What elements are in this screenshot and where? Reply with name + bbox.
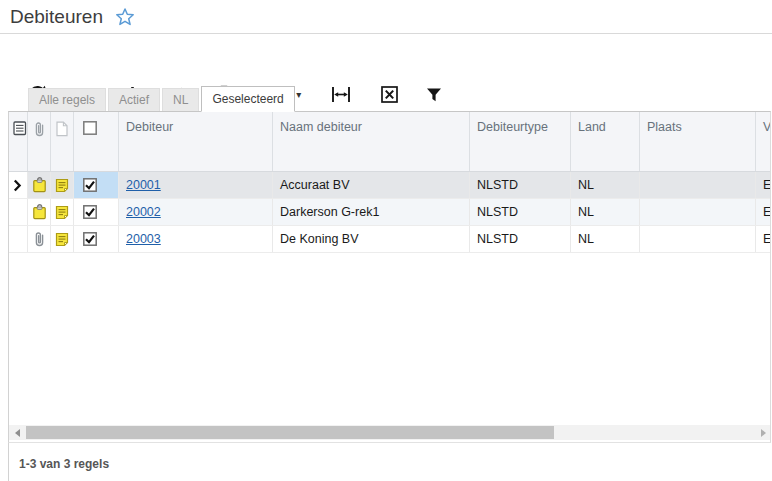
scroll-right-icon: [761, 429, 766, 437]
valuta-cell: EUR: [756, 199, 771, 225]
checkbox-checked-icon: [83, 232, 97, 246]
document-column-header[interactable]: [51, 112, 74, 171]
valuta-cell: EUR: [756, 226, 771, 252]
memo-cell[interactable]: [51, 226, 74, 252]
select-rows-header-cell[interactable]: [9, 112, 28, 171]
row-indicator-empty: [9, 199, 28, 225]
debiteurtype-cell: NLSTD: [470, 172, 571, 198]
current-row-indicator: [9, 172, 28, 198]
column-header-debiteurtype[interactable]: Debiteurtype: [470, 112, 571, 171]
select-rows-icon: [13, 121, 27, 136]
debiteur-link[interactable]: 20001: [126, 178, 161, 192]
column-header-naam-debiteur[interactable]: Naam debiteur: [273, 112, 470, 171]
tab-actief[interactable]: Actief: [108, 88, 160, 111]
table-row[interactable]: 20003 De Koning BV NLSTD NL EUR: [9, 226, 770, 253]
page-title: Debiteuren: [10, 6, 103, 28]
grid-footer: 1-3 van 3 regels: [8, 443, 772, 481]
attachment-column-header[interactable]: [28, 112, 51, 171]
memo-yellow-icon: [55, 178, 69, 193]
plaats-cell: [640, 172, 756, 198]
title-bar: Debiteuren: [0, 0, 772, 34]
attachment-yellow-icon: [32, 177, 47, 193]
memo-cell[interactable]: [51, 199, 74, 225]
naam-cell: Darkerson G-rek1: [273, 199, 470, 225]
document-icon: [55, 121, 69, 137]
attachment-cell[interactable]: [28, 172, 51, 198]
valuta-cell: EUR: [756, 172, 771, 198]
naam-cell: De Koning BV: [273, 226, 470, 252]
column-header-land[interactable]: Land: [571, 112, 640, 171]
naam-cell: Accuraat BV: [273, 172, 470, 198]
land-cell: NL: [571, 172, 640, 198]
scrollbar-thumb[interactable]: [26, 426, 554, 439]
scroll-left-button[interactable]: [9, 425, 25, 440]
debiteur-link[interactable]: 20002: [126, 205, 161, 219]
land-cell: NL: [571, 226, 640, 252]
paperclip-icon: [32, 121, 46, 137]
paperclip-icon: [32, 231, 46, 247]
attachment-yellow-icon: [32, 204, 47, 220]
row-indicator-empty: [9, 226, 28, 252]
attachment-cell[interactable]: [28, 226, 51, 252]
row-checkbox[interactable]: [74, 226, 119, 252]
checkbox-checked-icon: [83, 178, 97, 192]
row-checkbox[interactable]: [74, 172, 119, 198]
scroll-right-button[interactable]: [756, 425, 770, 440]
plaats-cell: [640, 226, 756, 252]
debiteuren-window: Debiteuren: [0, 0, 772, 481]
column-header-plaats[interactable]: Plaats: [640, 112, 756, 171]
row-checkbox[interactable]: [74, 199, 119, 225]
tab-nl[interactable]: NL: [162, 88, 199, 111]
favorite-star-icon[interactable]: [115, 7, 135, 27]
land-cell: NL: [571, 199, 640, 225]
memo-yellow-icon: [55, 232, 69, 247]
toolbar: Acties ▾: [0, 35, 772, 85]
debiteurtype-cell: NLSTD: [470, 199, 571, 225]
grid-header-row: Debiteur Naam debiteur Debiteurtype Land…: [9, 112, 770, 172]
checkbox-checked-icon: [83, 205, 97, 219]
tab-alle-regels[interactable]: Alle regels: [28, 88, 106, 111]
select-all-checkbox[interactable]: [74, 112, 119, 171]
debiteurtype-cell: NLSTD: [470, 226, 571, 252]
row-arrow-icon: [13, 179, 22, 192]
attachment-cell[interactable]: [28, 199, 51, 225]
row-count-label: 1-3 van 3 regels: [9, 443, 772, 471]
horizontal-scrollbar[interactable]: [9, 425, 770, 440]
tab-geselecteerd[interactable]: Geselecteerd: [201, 86, 294, 112]
table-row[interactable]: 20001 Accuraat BV NLSTD NL EUR: [9, 172, 770, 199]
table-row[interactable]: 20002 Darkerson G-rek1 NLSTD NL EUR: [9, 199, 770, 226]
debiteuren-grid: Debiteur Naam debiteur Debiteurtype Land…: [8, 111, 771, 443]
column-header-debiteur[interactable]: Debiteur: [119, 112, 273, 171]
checkbox-unchecked-icon: [83, 121, 97, 135]
debiteur-link[interactable]: 20003: [126, 232, 161, 246]
memo-yellow-icon: [55, 205, 69, 220]
view-tabs: Alle regels Actief NL Geselecteerd: [0, 85, 772, 111]
memo-cell[interactable]: [51, 172, 74, 198]
column-header-valuta[interactable]: Valuta: [756, 112, 771, 171]
plaats-cell: [640, 199, 756, 225]
scroll-left-icon: [15, 429, 20, 437]
